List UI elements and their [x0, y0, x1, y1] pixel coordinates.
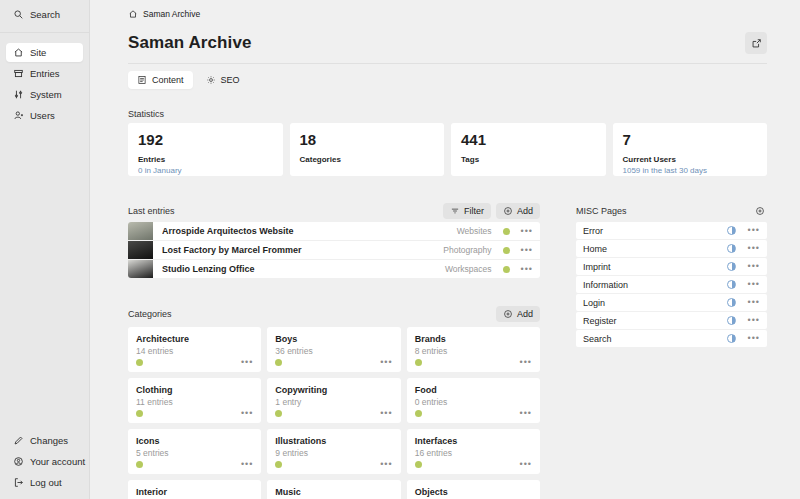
filter-button[interactable]: Filter: [443, 203, 491, 219]
status-published-icon: [503, 228, 510, 235]
category-card[interactable]: Clothing 11 entries: [128, 378, 261, 423]
misc-page-title: Error: [583, 226, 727, 236]
category-title: Music: [275, 487, 392, 497]
statistic-value: 441: [461, 131, 596, 148]
options-icon[interactable]: [748, 280, 760, 289]
options-icon[interactable]: [520, 460, 532, 469]
sidebar-item-account[interactable]: Your account: [6, 452, 83, 471]
pencil-icon: [13, 435, 24, 446]
category-card[interactable]: Food 0 entries: [407, 378, 540, 423]
status-unlisted-icon: [727, 280, 736, 289]
sidebar-item-search[interactable]: Search: [6, 5, 83, 24]
options-icon[interactable]: [241, 460, 253, 469]
category-card[interactable]: Brands 8 entries: [407, 327, 540, 372]
list-item[interactable]: Register: [576, 312, 767, 329]
category-card[interactable]: Illustrations 9 entries: [267, 429, 400, 474]
category-title: Objects: [415, 487, 532, 497]
list-item[interactable]: Login: [576, 294, 767, 311]
last-entries-section: Last entries Filter Add: [128, 202, 540, 278]
statistic-value: 7: [623, 131, 758, 148]
list-item[interactable]: Information: [576, 276, 767, 293]
options-icon[interactable]: [748, 244, 760, 253]
statistic-link[interactable]: 0 in January: [138, 166, 273, 175]
table-row[interactable]: Arrospide Arquitectos Website Websites: [128, 222, 540, 241]
status-published-icon: [136, 461, 143, 468]
category-card[interactable]: Interior 17 entries: [128, 480, 261, 499]
options-icon[interactable]: [748, 226, 760, 235]
misc-page-title: Search: [583, 334, 727, 344]
sidebar-item-label: Log out: [30, 477, 62, 488]
entry-thumbnail: [128, 241, 153, 259]
category-card[interactable]: Interfaces 16 entries: [407, 429, 540, 474]
statistics-cards: 192 Entries 0 in January 18 Categories 4…: [128, 123, 767, 176]
statistic-link[interactable]: 1059 in the last 30 days: [623, 166, 758, 175]
category-card[interactable]: Architecture 14 entries: [128, 327, 261, 372]
home-icon: [128, 9, 138, 19]
add-misc-page-button[interactable]: [753, 204, 767, 218]
add-entry-button[interactable]: Add: [496, 203, 540, 219]
statistic-card: 7 Current Users 1059 in the last 30 days: [613, 123, 768, 176]
sidebar-item-site[interactable]: Site: [6, 43, 83, 62]
status-unlisted-icon: [727, 334, 736, 343]
document-icon: [137, 75, 147, 85]
sidebar-footer: Changes Your account Log out: [0, 429, 89, 494]
home-icon: [13, 47, 24, 58]
sidebar-item-system[interactable]: System: [6, 85, 83, 104]
list-item[interactable]: Error: [576, 222, 767, 239]
users-icon: [13, 110, 24, 121]
status-published-icon: [415, 461, 422, 468]
status-unlisted-icon: [727, 316, 736, 325]
options-icon[interactable]: [520, 409, 532, 418]
sidebar-item-changes[interactable]: Changes: [6, 431, 83, 450]
status-unlisted-icon: [727, 262, 736, 271]
archive-icon: [13, 68, 24, 79]
add-category-button[interactable]: Add: [496, 306, 540, 322]
options-icon[interactable]: [380, 358, 392, 367]
options-icon[interactable]: [748, 298, 760, 307]
open-preview-button[interactable]: [745, 32, 767, 54]
status-published-icon: [415, 359, 422, 366]
category-card[interactable]: Icons 5 entries: [128, 429, 261, 474]
options-icon[interactable]: [521, 227, 533, 236]
category-card[interactable]: Boys 36 entries: [267, 327, 400, 372]
options-icon[interactable]: [748, 262, 760, 271]
sidebar-item-entries[interactable]: Entries: [6, 64, 83, 83]
misc-pages-label: MISC Pages: [576, 206, 753, 216]
sidebar-item-logout[interactable]: Log out: [6, 473, 83, 492]
list-item[interactable]: Home: [576, 240, 767, 257]
category-card[interactable]: Copywriting 1 entry: [267, 378, 400, 423]
status-published-icon: [415, 410, 422, 417]
options-icon[interactable]: [748, 316, 760, 325]
table-row[interactable]: Lost Factory by Marcel Frommer Photograp…: [128, 241, 540, 260]
table-row[interactable]: Studio Lenzing Office Workspaces: [128, 260, 540, 278]
tab-content[interactable]: Content: [128, 71, 193, 89]
tab-seo[interactable]: SEO: [197, 71, 249, 89]
options-icon[interactable]: [748, 334, 760, 343]
account-icon: [13, 456, 24, 467]
misc-page-title: Login: [583, 298, 727, 308]
options-icon[interactable]: [380, 409, 392, 418]
add-icon: [503, 206, 513, 216]
list-item[interactable]: Search: [576, 330, 767, 347]
external-link-icon: [751, 38, 762, 49]
category-card[interactable]: Objects 19 entries: [407, 480, 540, 499]
options-icon[interactable]: [380, 460, 392, 469]
options-icon[interactable]: [521, 246, 533, 255]
options-icon[interactable]: [241, 409, 253, 418]
breadcrumb[interactable]: Saman Archive: [128, 8, 767, 20]
list-item[interactable]: Imprint: [576, 258, 767, 275]
statistic-label: Tags: [461, 155, 596, 164]
statistic-card: 18 Categories: [290, 123, 445, 176]
options-icon[interactable]: [241, 358, 253, 367]
options-icon[interactable]: [520, 358, 532, 367]
misc-pages-section: MISC Pages Error Home Imprint Informatio…: [576, 202, 767, 347]
entry-tag: Workspaces: [445, 264, 492, 274]
options-icon[interactable]: [521, 265, 533, 274]
main-panel: Saman Archive Saman Archive Content SEO …: [90, 0, 800, 499]
category-card[interactable]: Music 2 entries: [267, 480, 400, 499]
add-icon: [755, 206, 765, 216]
categories-grid: Architecture 14 entries Boys 36 entries …: [128, 327, 540, 499]
category-entry-count: 8 entries: [415, 346, 532, 356]
sidebar-item-users[interactable]: Users: [6, 106, 83, 125]
statistic-label: Entries: [138, 155, 273, 164]
